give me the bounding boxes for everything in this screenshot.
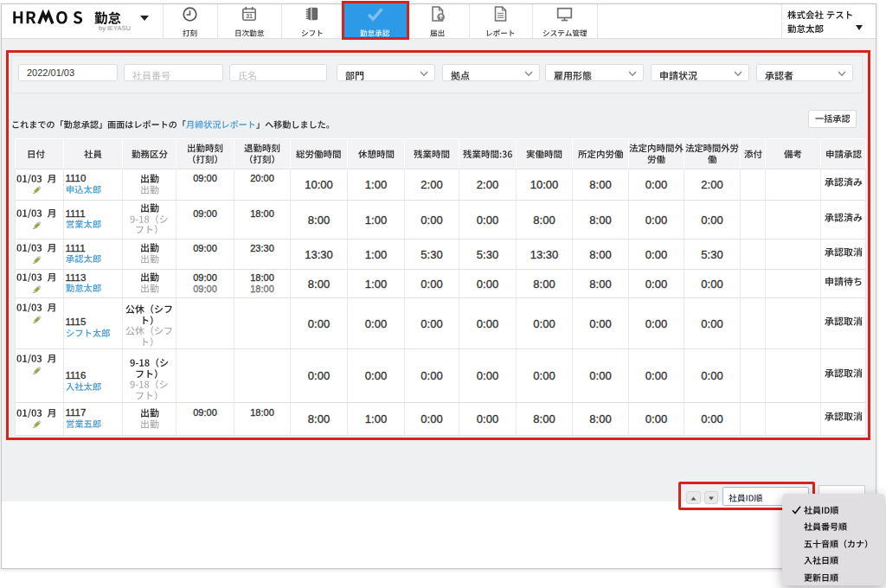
svg-text:31: 31 xyxy=(246,13,253,19)
